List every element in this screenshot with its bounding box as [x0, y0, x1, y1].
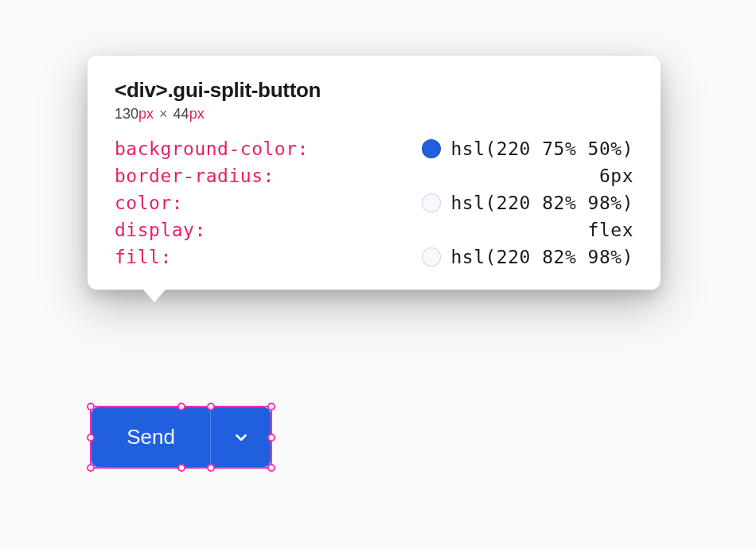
color-swatch-icon [422, 139, 441, 158]
css-property-row: border-radius:6px [115, 165, 633, 186]
dimensions-separator: × [159, 106, 168, 122]
width-unit: px [138, 106, 154, 122]
dropdown-button[interactable] [211, 407, 271, 467]
css-property-value-wrap: hsl(220 82% 98%) [422, 247, 633, 267]
css-property-value: hsl(220 82% 98%) [450, 247, 633, 267]
css-property-value: hsl(220 82% 98%) [450, 193, 633, 213]
element-class: .gui-split-button [167, 78, 321, 102]
gui-split-button[interactable]: Send [92, 407, 271, 467]
css-property-row: background-color:hsl(220 75% 50%) [115, 138, 633, 159]
css-property-value: hsl(220 75% 50%) [450, 138, 633, 159]
tooltip-header: <div>.gui-split-button 130px × 44px [115, 78, 633, 123]
css-property-name: border-radius: [115, 165, 274, 186]
css-property-row: display:flex [115, 220, 633, 240]
send-button[interactable]: Send [92, 407, 211, 467]
css-property-value: flex [588, 220, 633, 240]
css-property-value-wrap: hsl(220 82% 98%) [422, 193, 633, 213]
selected-element-wrapper: Send [92, 407, 271, 467]
element-dimensions: 130px × 44px [115, 106, 633, 123]
css-property-row: color:hsl(220 82% 98%) [115, 193, 633, 213]
css-property-row: fill:hsl(220 82% 98%) [115, 247, 633, 267]
element-tag: <div> [115, 78, 167, 102]
devtools-inspector-tooltip: <div>.gui-split-button 130px × 44px back… [88, 56, 661, 290]
css-property-value-wrap: hsl(220 75% 50%) [422, 138, 633, 159]
width-value: 130 [115, 106, 138, 122]
css-property-name: display: [115, 220, 205, 240]
height-value: 44 [173, 106, 189, 122]
css-property-value-wrap: flex [588, 220, 633, 240]
height-unit: px [189, 106, 205, 122]
css-properties-list: background-color:hsl(220 75% 50%)border-… [115, 138, 633, 267]
css-property-name: fill: [115, 247, 171, 267]
send-button-label: Send [127, 425, 175, 450]
chevron-down-icon [232, 429, 250, 446]
css-property-value-wrap: 6px [599, 165, 633, 186]
color-swatch-icon [422, 247, 441, 267]
element-selector: <div>.gui-split-button [115, 78, 633, 103]
css-property-name: color: [115, 193, 183, 213]
css-property-name: background-color: [115, 138, 308, 159]
css-property-value: 6px [599, 165, 633, 186]
color-swatch-icon [422, 193, 441, 212]
